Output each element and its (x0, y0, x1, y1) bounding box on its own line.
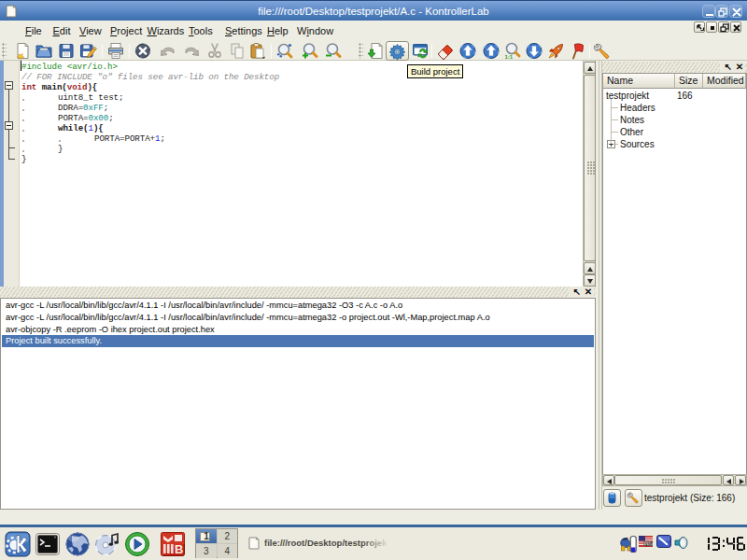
output-line-selected[interactable]: Project built successfully. (2, 335, 594, 347)
print-button[interactable] (106, 42, 125, 60)
pager-desktop-1[interactable]: 1 (196, 529, 217, 543)
kontrollerlab-launcher[interactable]: B (160, 531, 186, 557)
mdi-restore-button[interactable] (718, 21, 729, 33)
project-tree[interactable]: NameSizeModified testprojekt166HeadersNo… (602, 73, 747, 484)
output-line[interactable]: avr-objcopy -R .eeprom -O ihex project.o… (2, 324, 594, 336)
menu-view[interactable]: View (79, 21, 102, 41)
tree-item-label[interactable]: testprojekt (606, 90, 649, 102)
output-dock-header[interactable]: ↖✕ (0, 287, 596, 298)
panel-splitter[interactable] (595, 61, 602, 510)
clock[interactable] (701, 536, 746, 552)
menu-help[interactable]: Help (267, 21, 289, 41)
pager-desktop-3[interactable]: 3 (196, 544, 217, 558)
tray-volume-icon[interactable] (673, 535, 689, 551)
mdi-undock-button[interactable] (694, 21, 705, 33)
pager-desktop-2[interactable]: 2 (218, 529, 238, 543)
configure-button[interactable] (593, 42, 612, 60)
code-editor[interactable]: #include <avr/io.h>// FOR INCLUDE "o" fi… (0, 61, 598, 287)
editor-text-area[interactable]: #include <avr/io.h>// FOR INCLUDE "o" fi… (0, 62, 598, 287)
editor-vertical-scrollbar[interactable] (583, 61, 595, 287)
build-project-button[interactable] (386, 41, 409, 61)
code-line-1[interactable]: #include <avr/io.h> (0, 62, 583, 72)
konsole-launcher[interactable] (35, 531, 61, 557)
scroll-left-button[interactable] (723, 475, 734, 485)
upload-all-button[interactable] (482, 42, 500, 60)
fuses-button[interactable] (570, 42, 588, 60)
dock-undock-icon[interactable]: ↖ (723, 62, 734, 73)
download-button[interactable] (525, 42, 543, 60)
undo-button[interactable] (159, 42, 177, 60)
cut-button[interactable] (205, 42, 224, 60)
kmenu-button[interactable] (5, 531, 31, 557)
upload-button[interactable] (458, 42, 477, 60)
desktop-pager[interactable]: 1 2 3 4 (195, 528, 238, 558)
find-previous-button[interactable] (324, 42, 343, 60)
minimize-button[interactable] (702, 5, 715, 18)
menu-window[interactable]: Window (297, 21, 333, 41)
copy-button[interactable] (228, 42, 247, 60)
titlebar[interactable]: file:///root/Desktop/testprojekt/A.c - K… (0, 0, 747, 21)
tray-power-icon[interactable] (619, 535, 637, 553)
new-file-button[interactable] (13, 42, 32, 60)
mdi-close-button[interactable] (730, 21, 741, 33)
fold-marker-collapse[interactable] (5, 121, 13, 130)
save-as-button[interactable] (78, 42, 97, 60)
output-line[interactable]: avr-gcc -L /usr/local/bin/lib/gcc/avr/4.… (2, 300, 594, 312)
browser-launcher[interactable] (64, 531, 91, 557)
taskbar-task-button[interactable]: file:///root/Desktop/testprojek (245, 529, 394, 557)
tree-column-size[interactable]: Size (675, 74, 703, 89)
fold-marker-collapse[interactable] (5, 81, 13, 90)
ignite-button[interactable] (547, 42, 566, 60)
verify-button[interactable]: 1:1 (503, 42, 522, 60)
close-button[interactable] (729, 5, 742, 18)
code-line-8[interactable]: PORTA=PORTA+1; (0, 133, 583, 144)
tree-item-label[interactable]: Other (620, 126, 643, 138)
code-line-2[interactable]: // FOR INCLUDE "o" files see avr-lib on … (0, 72, 583, 82)
compile-button[interactable] (366, 42, 385, 60)
tray-snapshot-icon[interactable] (656, 535, 671, 548)
toolbar-grip[interactable] (359, 43, 363, 59)
code-line-7[interactable]: while(1){ (0, 123, 583, 133)
media-player-launcher[interactable] (124, 531, 150, 557)
tree-item-label[interactable]: Headers (620, 102, 655, 114)
tray-keyboard-layout-icon[interactable]: us (639, 536, 653, 547)
compiler-output-list[interactable]: avr-gcc -L /usr/local/bin/lib/gcc/avr/4.… (0, 298, 596, 510)
code-line-10[interactable]: } (0, 154, 583, 164)
tree-column-modified[interactable]: Modified (703, 74, 746, 89)
tree-item-label[interactable]: Notes (620, 114, 644, 126)
output-line[interactable]: avr-gcc -L /usr/local/bin/lib/gcc/avr/4.… (2, 312, 594, 324)
memory-usage-button[interactable] (603, 489, 621, 507)
code-line-4[interactable]: uint8_t test; (0, 92, 583, 103)
menu-wizards[interactable]: Wizards (148, 21, 185, 41)
scrollbar-slider[interactable] (614, 475, 722, 485)
redo-button[interactable] (182, 42, 201, 60)
menu-file[interactable]: File (25, 21, 42, 41)
code-line-6[interactable]: PORTA=0x00; (0, 113, 583, 123)
tree-item-label[interactable]: Sources (620, 138, 655, 150)
find-button[interactable] (275, 42, 294, 60)
menu-project[interactable]: Project (110, 21, 142, 41)
project-horizontal-scrollbar[interactable] (602, 474, 747, 486)
maximize-button[interactable] (715, 5, 728, 18)
mdi-minimize-button[interactable] (706, 21, 717, 33)
scroll-left-button[interactable] (603, 475, 614, 485)
code-line-5[interactable]: DDRA=0xFF; (0, 103, 583, 113)
rebuild-button[interactable] (411, 42, 430, 60)
save-button[interactable] (57, 42, 76, 60)
find-next-button[interactable] (301, 42, 319, 60)
paste-button[interactable] (248, 42, 267, 60)
code-line-3[interactable]: int main(void){ (0, 82, 583, 92)
dock-close-icon[interactable]: ✕ (734, 62, 745, 73)
code-line-9[interactable]: } (0, 144, 583, 154)
menu-settings[interactable]: Settings (225, 21, 262, 41)
pager-desktop-4[interactable]: 4 (218, 544, 238, 558)
tree-column-name[interactable]: Name (603, 74, 675, 89)
menu-edit[interactable]: Edit (53, 21, 71, 41)
toolbar-grip[interactable] (2, 43, 7, 59)
close-document-button[interactable] (134, 42, 152, 60)
dock-close-icon[interactable]: ✕ (583, 287, 594, 298)
project-dock-header[interactable]: ↖✕ (602, 62, 747, 73)
music-launcher[interactable] (94, 531, 120, 557)
scroll-right-button[interactable] (735, 475, 746, 485)
open-file-button[interactable] (35, 42, 53, 60)
